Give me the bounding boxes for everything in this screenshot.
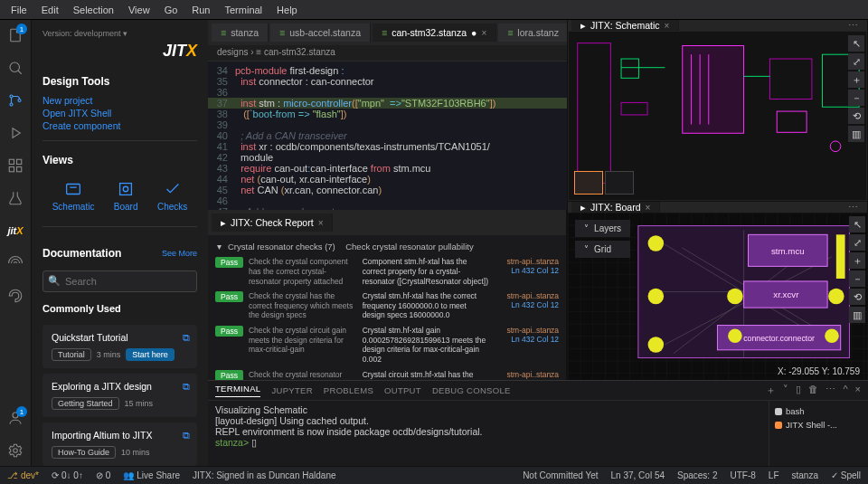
fit-tool-icon[interactable]: ⤢	[848, 53, 864, 70]
doc-card[interactable]: Quickstart TutorialTutorial3 minsStart h…	[42, 325, 197, 368]
fit-tool-icon[interactable]: ⤢	[849, 234, 865, 251]
code-line[interactable]: 34pcb-module first-design :	[208, 65, 567, 76]
settings-icon[interactable]	[5, 441, 25, 460]
schematic-tab[interactable]: ▸ JITX: Schematic ×	[571, 20, 679, 31]
terminal-tab[interactable]: JUPYTER	[271, 385, 312, 395]
layers-icon[interactable]: ▥	[848, 126, 864, 142]
terminal-tab[interactable]: PROBLEMS	[324, 385, 373, 395]
split-icon[interactable]: ▯	[796, 384, 801, 397]
remote-icon[interactable]	[5, 253, 25, 273]
source-control-icon[interactable]	[5, 90, 25, 110]
extensions-icon[interactable]	[5, 156, 25, 176]
more-icon[interactable]: ⋯	[843, 20, 863, 31]
menu-help[interactable]: Help	[271, 3, 303, 17]
code-editor[interactable]: 34pcb-module first-design :35 inst conne…	[208, 62, 567, 210]
external-link-icon[interactable]: ⧉	[183, 332, 190, 344]
status-item[interactable]: Ln 37, Col 54	[611, 470, 665, 480]
menu-go[interactable]: Go	[159, 3, 184, 17]
zoom-in-icon[interactable]: ＋	[848, 71, 864, 88]
check-row[interactable]: PassCheck the crystal circuit gain meets…	[213, 323, 561, 367]
check-row[interactable]: PassCheck the crystal component has the …	[213, 254, 561, 289]
menu-terminal[interactable]: Terminal	[220, 3, 269, 17]
misc-icon[interactable]	[5, 286, 25, 306]
menu-selection[interactable]: Selection	[68, 3, 119, 17]
code-line[interactable]: 40 ; Add a CAN transceiver	[208, 130, 567, 141]
view-checks[interactable]: Checks	[157, 179, 187, 212]
git-sync[interactable]: ⟳ 0↓ 0↑	[52, 470, 83, 480]
status-item[interactable]: Spaces: 2	[677, 470, 717, 480]
breadcrumb[interactable]: designs › ≡ can-stm32.stanza	[208, 45, 567, 62]
zoom-out-icon[interactable]: －	[849, 270, 865, 287]
grid-toggle[interactable]: ˅ Grid	[575, 241, 630, 258]
test-icon[interactable]	[5, 188, 25, 208]
status-item[interactable]: LF	[769, 470, 779, 480]
debug-icon[interactable]	[5, 123, 25, 143]
status-item[interactable]: UTF-8	[731, 470, 756, 480]
code-line[interactable]: 42 module	[208, 152, 567, 163]
schematic-view[interactable]: ↖ ⤢ ＋ － ⟲ ▥	[568, 31, 867, 201]
status-item[interactable]: stanza	[792, 470, 818, 480]
layers-icon[interactable]: ▥	[849, 307, 865, 323]
view-board[interactable]: Board	[114, 179, 138, 212]
editor-tab[interactable]: ≡stanza	[212, 24, 269, 42]
jitx-icon[interactable]: jitX	[5, 221, 25, 241]
menu-view[interactable]: View	[123, 3, 156, 17]
reset-icon[interactable]: ⟲	[848, 108, 864, 124]
external-link-icon[interactable]: ⧉	[183, 430, 190, 441]
problems-status[interactable]: ⊘ 0	[96, 470, 110, 480]
code-line[interactable]: 43 require can-out:can-interface from st…	[208, 163, 567, 174]
terminal-output[interactable]: Visualizing Schematic[layout-design] Usi…	[208, 401, 769, 466]
check-location[interactable]: stm-api..stanzaLn 432 Col 12	[495, 291, 559, 309]
code-line[interactable]: 46	[208, 195, 567, 206]
terminal-tab[interactable]: OUTPUT	[384, 385, 421, 395]
editor-tab[interactable]: ≡usb-accel.stanza	[270, 24, 371, 42]
project-version[interactable]: Version: development ▾	[42, 29, 197, 38]
code-line[interactable]: 47 ; Add an accelerometer	[208, 206, 567, 210]
cursor-tool-icon[interactable]: ↖	[849, 216, 865, 233]
account-icon[interactable]: 1	[5, 408, 25, 428]
code-line[interactable]: 41 inst xr : ocdb/components/texas-instr…	[208, 141, 567, 152]
menu-run[interactable]: Run	[186, 3, 215, 17]
code-line[interactable]: 45 net CAN (xr.can, connector.can)	[208, 185, 567, 195]
check-location[interactable]: stm-api..stanzaLn 432 Col 12	[495, 370, 559, 380]
live-share[interactable]: 👥 Live Share	[123, 470, 180, 480]
maximize-icon[interactable]: ^	[843, 384, 847, 397]
see-more-link[interactable]: See More	[162, 249, 197, 258]
design-tool-link[interactable]: Open JITX Shell	[42, 108, 197, 119]
terminal-tab[interactable]: TERMINAL	[215, 384, 260, 397]
code-line[interactable]: 37 inst stm : micro-controller(["mpn" =>…	[208, 98, 567, 109]
check-row[interactable]: PassCheck the crystal resonator circuit …	[213, 367, 561, 380]
check-location[interactable]: stm-api..stanzaLn 432 Col 12	[495, 326, 559, 344]
code-line[interactable]: 39	[208, 119, 567, 130]
menu-edit[interactable]: Edit	[36, 3, 64, 17]
terminal-instance[interactable]: bash	[775, 404, 863, 418]
board-tab[interactable]: ▸ JITX: Board ×	[571, 201, 660, 213]
schematic-thumb[interactable]	[605, 171, 634, 195]
external-link-icon[interactable]: ⧉	[183, 381, 190, 393]
editor-tab[interactable]: ≡lora.stanz	[498, 24, 567, 42]
terminal-tab[interactable]: DEBUG CONSOLE	[432, 385, 511, 395]
check-row[interactable]: PassCheck the crystal has the correct fr…	[213, 289, 561, 323]
close-icon[interactable]: ×	[481, 28, 486, 38]
reset-icon[interactable]: ⟲	[849, 289, 865, 305]
cursor-tool-icon[interactable]: ↖	[848, 35, 864, 52]
zoom-in-icon[interactable]: ＋	[849, 252, 865, 269]
doc-card[interactable]: Exploring a JITX designGetting Started15…	[42, 374, 197, 417]
zoom-out-icon[interactable]: －	[848, 90, 864, 106]
design-tool-link[interactable]: New project	[42, 95, 197, 106]
code-line[interactable]: 36	[208, 87, 567, 98]
board-view[interactable]: stm.mcu xr.xcvr connector.connector	[568, 213, 867, 380]
signin-status[interactable]: JITX: Signed in as Duncan Haldane	[193, 470, 335, 480]
more-icon[interactable]: ⋯	[843, 202, 863, 213]
check-report-tab[interactable]: ▸ JITX: Check Report ×	[212, 214, 333, 232]
editor-tab[interactable]: ≡can-stm32.stanza ● ×	[373, 24, 496, 42]
status-item[interactable]: Not Committed Yet	[523, 470, 598, 480]
close-icon[interactable]: ×	[855, 384, 861, 397]
search-icon[interactable]	[5, 58, 25, 78]
code-line[interactable]: 44 net (can-out, xr.can-interface)	[208, 174, 567, 185]
design-tool-link[interactable]: Create component	[42, 120, 197, 131]
terminal-instance[interactable]: JITX Shell -...	[775, 418, 863, 432]
trash-icon[interactable]: 🗑	[808, 384, 818, 397]
add-terminal-icon[interactable]: ＋	[766, 384, 776, 397]
git-branch[interactable]: ⎇ dev*	[7, 470, 39, 480]
